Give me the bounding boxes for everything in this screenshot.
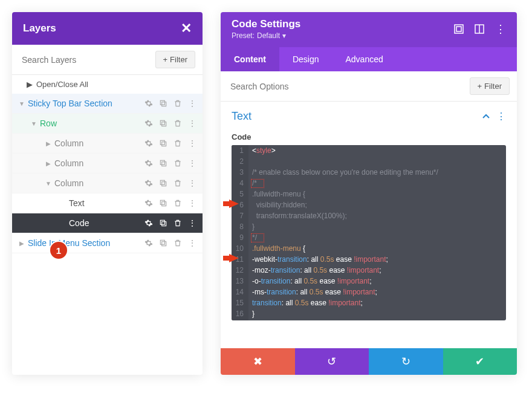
layer-label: Code — [69, 218, 144, 228]
cancel-button[interactable]: ✖ — [221, 348, 295, 375]
caret-icon: ▼ — [18, 100, 25, 107]
line-number: 13 — [232, 276, 248, 287]
expand-icon[interactable] — [454, 24, 464, 34]
tab-content[interactable]: Content — [221, 47, 279, 71]
settings-header: Code Settings Preset: Default ▾ ⋮ — [221, 12, 517, 47]
layers-title: Layers — [23, 22, 56, 34]
layer-label: Column — [54, 178, 144, 188]
more-icon[interactable]: ⋮ — [188, 138, 196, 148]
columns-icon[interactable] — [475, 24, 484, 34]
caret-icon: ▼ — [30, 120, 37, 127]
line-number: 2 — [232, 156, 248, 167]
code-line: 9*/ — [232, 232, 506, 243]
footer-actions: ✖ ↺ ↻ ✔ — [221, 348, 517, 375]
svg-rect-1 — [162, 102, 166, 106]
code-line: 2 — [232, 156, 506, 167]
code-editor[interactable]: 1<style>23/* enable class below once you… — [232, 145, 506, 320]
settings-title: Code Settings — [232, 18, 300, 30]
svg-rect-12 — [160, 220, 164, 224]
open-close-all[interactable]: ▶ Open/Close All — [12, 75, 203, 94]
layer-row-text[interactable]: Text ⋮ — [12, 193, 203, 213]
section-header: Text ⋮ — [221, 102, 517, 128]
trash-icon[interactable] — [174, 99, 182, 108]
line-number: 3 — [232, 167, 248, 178]
code-text: .fullwidth-menu { — [248, 189, 506, 199]
preset-selector[interactable]: Preset: Default ▾ — [232, 31, 300, 40]
gear-icon[interactable] — [144, 139, 153, 148]
layer-row-sticky-top-bar-section[interactable]: ▼Sticky Top Bar Section ⋮ — [12, 94, 203, 114]
more-icon[interactable]: ⋮ — [188, 198, 196, 208]
code-text: /* enable class below once you're done e… — [248, 167, 506, 178]
code-text: -webkit-transition: all 0.5s ease !impor… — [248, 254, 506, 265]
chevron-down-icon: ▾ — [282, 31, 286, 40]
trash-icon[interactable] — [174, 199, 182, 207]
more-icon[interactable]: ⋮ — [188, 178, 196, 188]
more-icon[interactable]: ⋮ — [496, 111, 506, 122]
layer-row-column[interactable]: ▶Column ⋮ — [12, 154, 203, 174]
caret-icon: ▶ — [45, 140, 52, 147]
code-line: 11-webkit-transition: all 0.5s ease !imp… — [232, 254, 506, 265]
line-number: 8 — [232, 221, 248, 232]
duplicate-icon[interactable] — [159, 119, 167, 128]
code-line: 6 visibility:hidden; — [232, 199, 506, 210]
layers-search-input[interactable] — [19, 51, 151, 68]
gear-icon[interactable] — [144, 219, 153, 227]
settings-search-input[interactable] — [228, 78, 465, 95]
code-text: transform:translateX(100%); — [248, 210, 506, 221]
layer-row-code[interactable]: Code ⋮ — [12, 213, 203, 233]
layer-row-column[interactable]: ▶Column ⋮ — [12, 134, 203, 154]
save-button[interactable]: ✔ — [443, 348, 517, 375]
gear-icon[interactable] — [144, 239, 153, 247]
layer-row-slide-in-menu-section[interactable]: ▶Slide In Menu Section ⋮ — [12, 233, 203, 253]
line-number: 10 — [232, 243, 248, 254]
layer-row-column[interactable]: ▼Column ⋮ — [12, 174, 203, 193]
tab-design[interactable]: Design — [279, 47, 332, 71]
more-icon[interactable]: ⋮ — [495, 22, 506, 36]
more-icon[interactable]: ⋮ — [188, 238, 196, 248]
redo-button[interactable]: ↻ — [369, 348, 443, 375]
layers-filter-button[interactable]: + Filter — [155, 51, 195, 68]
layers-search-bar: + Filter — [12, 45, 203, 75]
duplicate-icon[interactable] — [159, 219, 167, 227]
duplicate-icon[interactable] — [159, 239, 167, 247]
gear-icon[interactable] — [144, 159, 153, 167]
trash-icon[interactable] — [174, 139, 182, 148]
more-icon[interactable]: ⋮ — [188, 218, 196, 228]
svg-rect-14 — [160, 240, 164, 244]
duplicate-icon[interactable] — [159, 139, 167, 148]
line-number: 7 — [232, 210, 248, 221]
undo-button[interactable]: ↺ — [295, 348, 369, 375]
gear-icon[interactable] — [144, 119, 153, 128]
trash-icon[interactable] — [174, 179, 182, 187]
collapse-icon[interactable] — [482, 112, 490, 121]
callout-badge-1: 1 — [49, 241, 68, 260]
more-icon[interactable]: ⋮ — [188, 118, 196, 128]
more-icon[interactable]: ⋮ — [188, 158, 196, 168]
line-number: 16 — [232, 308, 248, 319]
settings-filter-button[interactable]: + Filter — [470, 77, 510, 95]
code-text: visibility:hidden; — [248, 199, 506, 210]
trash-icon[interactable] — [174, 159, 182, 167]
more-icon[interactable]: ⋮ — [188, 99, 196, 108]
trash-icon[interactable] — [174, 119, 182, 128]
caret-icon: ▶ — [45, 160, 52, 167]
layer-row-row[interactable]: ▼Row ⋮ — [12, 114, 203, 134]
gear-icon[interactable] — [144, 99, 153, 108]
code-line: 5.fullwidth-menu { — [232, 189, 506, 199]
trash-icon[interactable] — [174, 239, 182, 247]
duplicate-icon[interactable] — [159, 199, 167, 207]
trash-icon[interactable] — [174, 219, 182, 227]
tab-advanced[interactable]: Advanced — [332, 47, 396, 71]
gear-icon[interactable] — [144, 199, 153, 207]
code-text: } — [248, 221, 506, 232]
section-title: Text — [232, 110, 251, 123]
open-close-label: Open/Close All — [36, 80, 88, 89]
duplicate-icon[interactable] — [159, 99, 167, 108]
close-icon[interactable]: ✕ — [181, 21, 192, 36]
line-number: 17 — [232, 319, 248, 320]
duplicate-icon[interactable] — [159, 179, 167, 187]
preset-label: Preset: — [232, 31, 255, 40]
duplicate-icon[interactable] — [159, 159, 167, 167]
gear-icon[interactable] — [144, 179, 153, 187]
layer-label: Slide In Menu Section — [28, 238, 144, 248]
